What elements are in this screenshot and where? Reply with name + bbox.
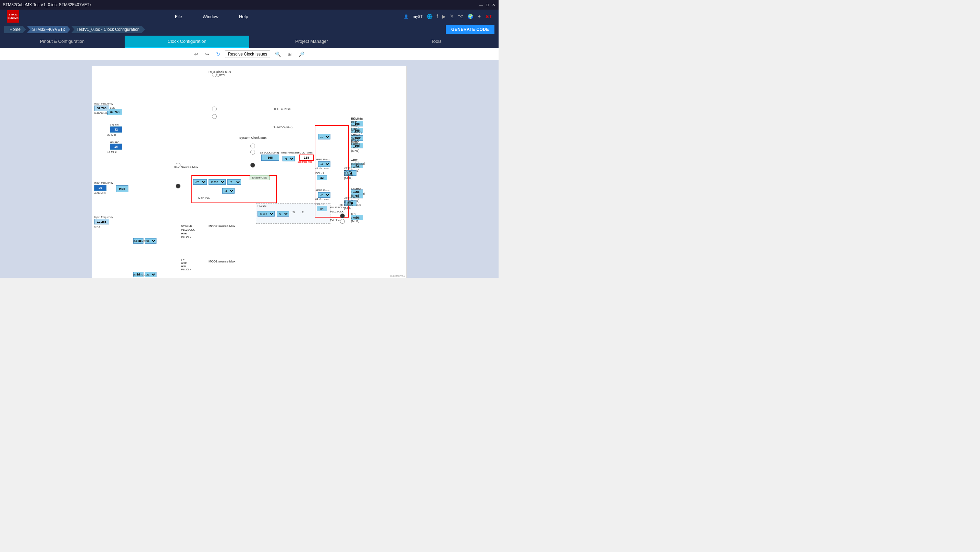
- mco2-area: SYSCLK PLL2SCLK HSE PLLCLK: [181, 225, 195, 239]
- icon-youtube: ▶: [442, 14, 446, 19]
- cortex-div-select[interactable]: /1: [318, 134, 331, 139]
- mco1-label: (MHz) MCO1: [133, 273, 149, 276]
- i2s-src-plli2s[interactable]: [340, 214, 345, 218]
- input-freq2-val: 25: [99, 186, 102, 190]
- pll-div1-select[interactable]: /25: [193, 179, 207, 185]
- input-freq3-box[interactable]: 12.288: [94, 219, 109, 225]
- fclk-row: 168 FCLK Cortex clock (MHz): [351, 143, 363, 148]
- sysclk-mhz-label: SYSCLK (MHz): [260, 151, 279, 154]
- pll-src-hse[interactable]: [176, 183, 180, 188]
- mco2-sysclk: SYSCLK: [181, 225, 195, 228]
- mco2-output-row: (MHz) MCO2 168 /1: [133, 238, 156, 244]
- icon-facebook: f: [437, 14, 438, 19]
- to-iwdg-label: To IWDG (KHz): [274, 126, 293, 129]
- pll2sclk-label: PLL2SCLK: [330, 210, 344, 213]
- rtc-mux-hse[interactable]: [212, 72, 217, 77]
- zoom-out-icon[interactable]: 🔎: [296, 50, 307, 58]
- sysclk-box[interactable]: 168: [261, 155, 279, 161]
- mco1-hse: HSE: [181, 262, 191, 265]
- minimize-btn[interactable]: —: [479, 2, 484, 7]
- breadcrumb-home[interactable]: Home: [4, 26, 26, 33]
- menubar: STM32CubeMX File Window Help 👤 myST 🌐 f …: [0, 10, 499, 23]
- mco2-mux-label: MCO2 source Mux: [208, 225, 235, 228]
- apb2-div-select[interactable]: /2: [318, 192, 331, 198]
- zoom-in-icon[interactable]: 🔍: [273, 50, 283, 58]
- rtc-mux-lsi[interactable]: [212, 114, 217, 119]
- tab-project[interactable]: Project Manager: [249, 36, 374, 48]
- menu-file[interactable]: File: [175, 14, 182, 19]
- resolve-clock-button[interactable]: Resolve Clock Issues: [225, 50, 270, 58]
- pclk1-box: 42: [317, 175, 327, 180]
- maximize-btn[interactable]: □: [485, 2, 490, 7]
- zoom-fit-icon[interactable]: ⊞: [286, 50, 294, 58]
- titlebar-left: STM32CubeMX TestV1_0.ioc: STM32F407VETx: [3, 2, 91, 7]
- system-clock-mux-label: System Clock Mux: [239, 136, 267, 139]
- input-freq2-box[interactable]: 25: [94, 185, 107, 191]
- lsi-box: 32: [110, 126, 122, 132]
- hse-box: HSE: [116, 185, 129, 192]
- plli2s-label: PLLI2S: [258, 204, 266, 207]
- i2s-src-ext[interactable]: [340, 219, 345, 224]
- breadcrumb: Home STM32F407VETx TestV1_0.ioc - Clock …: [0, 23, 499, 36]
- i2s-div-select[interactable]: /2: [277, 211, 289, 217]
- mco2-label: (MHz) MCO2: [133, 239, 149, 242]
- menu-window[interactable]: Window: [203, 14, 218, 19]
- mco2-pll2sclk: PLL2SCLK: [181, 228, 195, 231]
- apb1-div-select[interactable]: /4: [318, 161, 331, 167]
- input-freq3-label: Input frequency: [94, 215, 113, 219]
- lse-val: 32.768: [110, 110, 119, 114]
- hsi-freq-label: 16 MHz: [107, 150, 117, 153]
- hclk-val: 168: [304, 156, 309, 160]
- logo: STM32CubeMX: [7, 10, 19, 22]
- tab-tools[interactable]: Tools: [374, 36, 499, 48]
- icon-sphere: 🌐: [426, 14, 433, 19]
- user-label[interactable]: myST: [413, 14, 423, 19]
- i2s-clk-row: 96 I2S clocks (MHz): [351, 215, 363, 220]
- brand: STM32CubeMX: [7, 10, 19, 22]
- pll-div2-select[interactable]: /2: [228, 179, 241, 185]
- tab-clock[interactable]: Clock Configuration: [125, 36, 249, 48]
- breadcrumb-file[interactable]: TestV1_0.ioc - Clock Configuration: [71, 26, 145, 33]
- mux-hsi-circle[interactable]: [250, 144, 255, 148]
- mux-pllclk-circle[interactable]: [250, 163, 255, 168]
- icon-st: ST: [485, 14, 492, 19]
- enable-css-button[interactable]: Enable CSS: [250, 175, 269, 180]
- menu-help[interactable]: Help: [239, 14, 248, 19]
- plli2s-area: PLLI2S X 192 /2 / N / R: [256, 203, 331, 224]
- hsi-val: 16: [115, 145, 118, 148]
- ahb-div-select[interactable]: /1: [283, 156, 295, 161]
- input-freq1-box[interactable]: 32.768: [94, 105, 109, 111]
- mhz48-row: 48 48MHz clocks (MHz): [351, 190, 363, 195]
- apb1-timer-label: APB1 Timer clocks (MHz): [344, 166, 356, 180]
- mco1-mux-label: MCO1 source Mux: [208, 260, 235, 263]
- close-btn[interactable]: ✕: [491, 2, 496, 7]
- main-pll-label: Main PLL: [198, 196, 210, 199]
- icon-github: ⌥: [458, 14, 463, 19]
- hclk-box[interactable]: 168: [299, 155, 314, 161]
- titlebar-title: STM32CubeMX TestV1_0.ioc: STM32F407VETx: [3, 2, 91, 7]
- i2s-mul-select[interactable]: X 192: [258, 211, 275, 217]
- tab-pinout[interactable]: Pinout & Configuration: [0, 36, 125, 48]
- i2s-fn-label: / N: [292, 211, 295, 214]
- refresh-icon[interactable]: ↻: [214, 50, 222, 58]
- tabbar: Pinout & Configuration Clock Configurati…: [0, 36, 499, 48]
- titlebar-controls[interactable]: — □ ✕: [479, 2, 496, 7]
- mux-hse-circle[interactable]: [250, 150, 255, 155]
- mco2-pllclk: PLLCLK: [181, 236, 195, 239]
- apb2-timer-row: X 2 168 APB2 timer clocks (MHz): [344, 201, 356, 206]
- redo-icon[interactable]: ↪: [203, 50, 211, 58]
- pll-div4-select[interactable]: /4: [222, 188, 235, 194]
- pll-src-hsi[interactable]: [176, 163, 180, 168]
- rtc-mux-lse[interactable]: [212, 107, 217, 112]
- generate-code-button[interactable]: GENERATE CODE: [446, 25, 495, 34]
- clock-diagram[interactable]: RTC Clock Mux System Clock Mux PLL Sourc…: [92, 66, 407, 278]
- input-freq2-label: Input frequency: [94, 181, 113, 184]
- breadcrumb-device[interactable]: STM32F407VETx: [27, 26, 70, 33]
- icon-web: 🌍: [468, 14, 473, 19]
- pll-mul-select[interactable]: X 336: [208, 179, 226, 185]
- lsi-val: 32: [115, 128, 118, 131]
- apb2-prescaler-label: APB2 Presc.: [315, 189, 331, 192]
- hsi-box: 16: [110, 144, 122, 150]
- undo-icon[interactable]: ↩: [192, 50, 200, 58]
- pclk1-label: PCLK1: [315, 172, 324, 175]
